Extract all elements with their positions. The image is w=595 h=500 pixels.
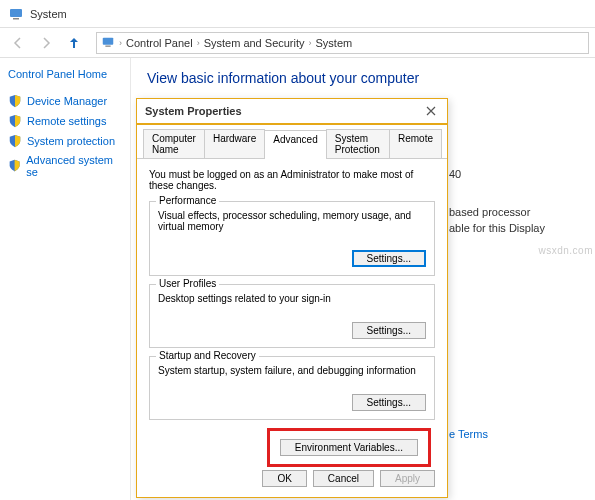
tab-hardware[interactable]: Hardware: [204, 129, 265, 158]
chevron-right-icon: ›: [119, 38, 122, 48]
license-link[interactable]: e Terms: [449, 428, 488, 440]
dialog-tabs: Computer Name Hardware Advanced System P…: [137, 125, 447, 159]
nav-up-button[interactable]: [62, 31, 86, 55]
sidebar-item-label: System protection: [27, 135, 115, 147]
group-text: System startup, system failure, and debu…: [158, 365, 426, 376]
breadcrumb-item[interactable]: System: [316, 37, 353, 49]
sidebar-item-system-protection[interactable]: System protection: [8, 134, 122, 148]
dialog-button-row: OK Cancel Apply: [262, 470, 435, 487]
environment-variables-button[interactable]: Environment Variables...: [280, 439, 418, 456]
breadcrumb[interactable]: › Control Panel › System and Security › …: [96, 32, 589, 54]
sidebar-item-label: Device Manager: [27, 95, 107, 107]
nav-forward-button[interactable]: [34, 31, 58, 55]
chevron-right-icon: ›: [309, 38, 312, 48]
shield-icon: [8, 94, 22, 108]
sidebar-home-link[interactable]: Control Panel Home: [8, 68, 122, 80]
breadcrumb-item[interactable]: Control Panel: [126, 37, 193, 49]
tab-advanced[interactable]: Advanced: [264, 130, 326, 159]
dialog-body: You must be logged on as an Administrato…: [137, 159, 447, 477]
peek-text: based processor: [449, 206, 545, 218]
tab-remote[interactable]: Remote: [389, 129, 442, 158]
sidebar: Control Panel Home Device Manager Remote…: [0, 58, 130, 500]
nav-bar: › Control Panel › System and Security › …: [0, 28, 595, 58]
group-text: Visual effects, processor scheduling, me…: [158, 210, 426, 232]
window-title: System: [30, 8, 67, 20]
admin-note: You must be logged on as an Administrato…: [149, 169, 435, 191]
shield-icon: [8, 114, 22, 128]
svg-rect-1: [13, 18, 19, 20]
highlight-box: Environment Variables...: [267, 428, 431, 467]
group-title: Startup and Recovery: [156, 350, 259, 361]
dialog-title: System Properties: [145, 105, 242, 117]
tab-computer-name[interactable]: Computer Name: [143, 129, 205, 158]
performance-group: Performance Visual effects, processor sc…: [149, 201, 435, 276]
watermark: wsxdn.com: [538, 245, 593, 256]
breadcrumb-item[interactable]: System and Security: [204, 37, 305, 49]
svg-rect-0: [10, 9, 22, 17]
profiles-settings-button[interactable]: Settings...: [352, 322, 426, 339]
group-title: User Profiles: [156, 278, 219, 289]
svg-rect-3: [105, 45, 110, 46]
content-heading: View basic information about your comput…: [147, 70, 579, 86]
group-text: Desktop settings related to your sign-in: [158, 293, 426, 304]
ok-button[interactable]: OK: [262, 470, 306, 487]
group-title: Performance: [156, 195, 219, 206]
chevron-right-icon: ›: [197, 38, 200, 48]
svg-rect-2: [103, 37, 114, 44]
startup-settings-button[interactable]: Settings...: [352, 394, 426, 411]
tab-system-protection[interactable]: System Protection: [326, 129, 390, 158]
dialog-titlebar[interactable]: System Properties: [137, 99, 447, 125]
startup-recovery-group: Startup and Recovery System startup, sys…: [149, 356, 435, 420]
shield-icon: [8, 134, 22, 148]
close-button[interactable]: [423, 103, 439, 119]
sidebar-item-advanced-settings[interactable]: Advanced system se: [8, 154, 122, 178]
sidebar-item-label: Advanced system se: [26, 154, 122, 178]
peek-text: able for this Display: [449, 222, 545, 234]
performance-settings-button[interactable]: Settings...: [352, 250, 426, 267]
user-profiles-group: User Profiles Desktop settings related t…: [149, 284, 435, 348]
system-properties-dialog: System Properties Computer Name Hardware…: [136, 98, 448, 498]
window-titlebar: System: [0, 0, 595, 28]
computer-icon: [101, 35, 115, 51]
system-icon: [8, 6, 24, 22]
sidebar-item-remote-settings[interactable]: Remote settings: [8, 114, 122, 128]
nav-back-button[interactable]: [6, 31, 30, 55]
peek-text: 40: [449, 168, 461, 180]
sidebar-item-device-manager[interactable]: Device Manager: [8, 94, 122, 108]
sidebar-item-label: Remote settings: [27, 115, 106, 127]
cancel-button[interactable]: Cancel: [313, 470, 374, 487]
shield-icon: [8, 159, 21, 173]
apply-button[interactable]: Apply: [380, 470, 435, 487]
